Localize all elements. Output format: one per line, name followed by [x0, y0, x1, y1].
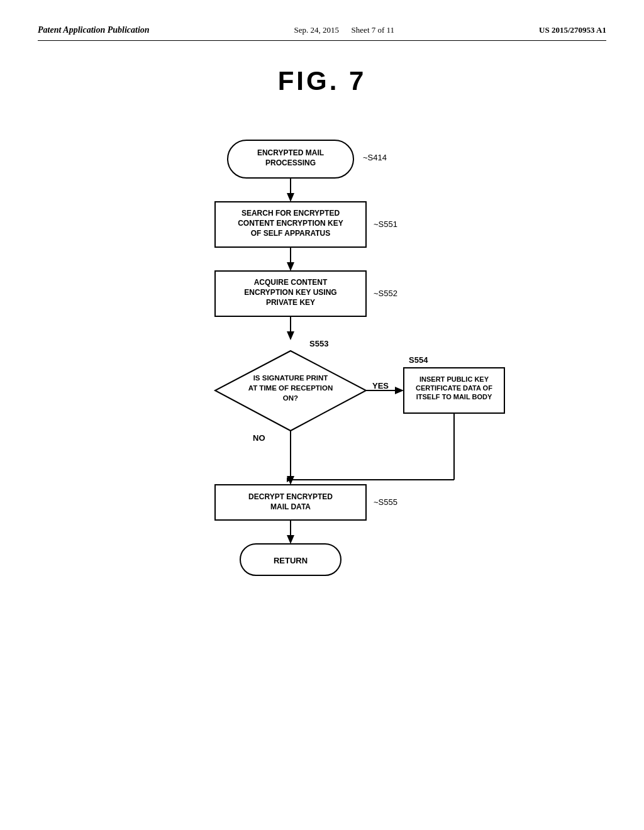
svg-marker-19	[287, 331, 294, 340]
header-date: Sep. 24, 2015	[294, 25, 340, 35]
svg-text:ITSELF TO MAIL BODY: ITSELF TO MAIL BODY	[416, 393, 492, 401]
flowchart-diagram: ENCRYPTED MAIL PROCESSING ~S414 SEARCH F…	[38, 128, 606, 694]
svg-text:S554: S554	[409, 355, 428, 365]
svg-marker-44	[287, 535, 294, 544]
header-sheet: Sheet 7 of 11	[352, 25, 394, 35]
svg-text:~S414: ~S414	[363, 153, 387, 162]
svg-text:ENCRYPTED MAIL: ENCRYPTED MAIL	[257, 148, 324, 157]
flowchart-svg: ENCRYPTED MAIL PROCESSING ~S414 SEARCH F…	[127, 128, 517, 694]
svg-text:IS SIGNATURE PRINT: IS SIGNATURE PRINT	[253, 374, 328, 382]
svg-text:PROCESSING: PROCESSING	[265, 158, 316, 167]
svg-marker-12	[287, 262, 294, 271]
svg-text:~S552: ~S552	[374, 289, 397, 298]
header-publication-label: Patent Application Publication	[38, 25, 150, 35]
svg-text:~S555: ~S555	[374, 497, 397, 507]
svg-text:AT TIME OF RECEPTION: AT TIME OF RECEPTION	[248, 384, 333, 392]
page-header: Patent Application Publication Sep. 24, …	[38, 25, 606, 41]
svg-text:OF SELF APPARATUS: OF SELF APPARATUS	[251, 229, 330, 238]
svg-text:ENCRYPTION KEY USING: ENCRYPTION KEY USING	[244, 288, 336, 297]
header-date-sheet: Sep. 24, 2015 Sheet 7 of 11	[294, 25, 394, 35]
svg-text:MAIL DATA: MAIL DATA	[270, 502, 311, 511]
svg-text:CONTENT ENCRYPTION KEY: CONTENT ENCRYPTION KEY	[238, 219, 343, 228]
svg-text:YES: YES	[372, 381, 389, 390]
header-patent-number: US 2015/270953 A1	[539, 25, 606, 35]
svg-text:ON?: ON?	[283, 394, 298, 402]
svg-text:SEARCH FOR ENCRYPTED: SEARCH FOR ENCRYPTED	[242, 209, 340, 218]
patent-page: Patent Application Publication Sep. 24, …	[0, 0, 644, 830]
svg-text:INSERT PUBLIC KEY: INSERT PUBLIC KEY	[419, 375, 489, 383]
svg-text:~S551: ~S551	[374, 219, 397, 229]
svg-marker-27	[395, 387, 404, 394]
svg-text:PRIVATE KEY: PRIVATE KEY	[266, 298, 315, 307]
figure-title: FIG. 7	[38, 66, 606, 96]
svg-text:NO: NO	[253, 433, 265, 443]
svg-text:RETURN: RETURN	[274, 556, 308, 565]
svg-marker-5	[287, 193, 294, 202]
svg-text:ACQUIRE CONTENT: ACQUIRE CONTENT	[254, 278, 328, 287]
svg-text:S553: S553	[309, 339, 328, 348]
svg-text:CERTIFICATE DATA OF: CERTIFICATE DATA OF	[416, 384, 492, 392]
svg-text:DECRYPT ENCRYPTED: DECRYPT ENCRYPTED	[248, 492, 333, 501]
